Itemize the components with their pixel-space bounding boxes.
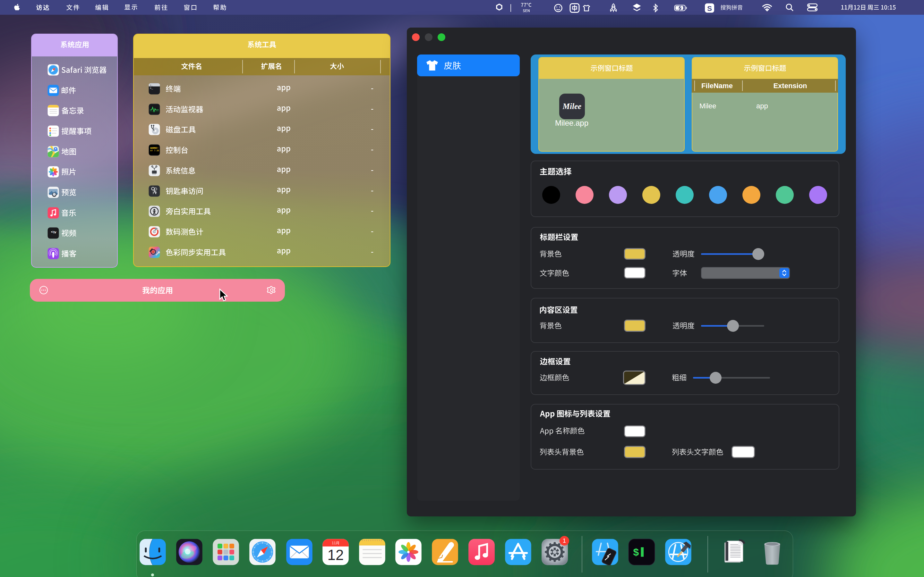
svg-text:S: S — [707, 5, 712, 13]
svg-text:>_: >_ — [150, 87, 153, 90]
svg-text:$: $ — [633, 547, 639, 559]
svg-text:AY 7:36: AY 7:36 — [150, 150, 159, 152]
svg-text:12: 12 — [328, 547, 344, 563]
svg-text:>_: >_ — [150, 84, 153, 87]
svg-text:WARNI!: WARNI! — [150, 147, 158, 149]
svg-text:tv: tv — [53, 230, 57, 234]
